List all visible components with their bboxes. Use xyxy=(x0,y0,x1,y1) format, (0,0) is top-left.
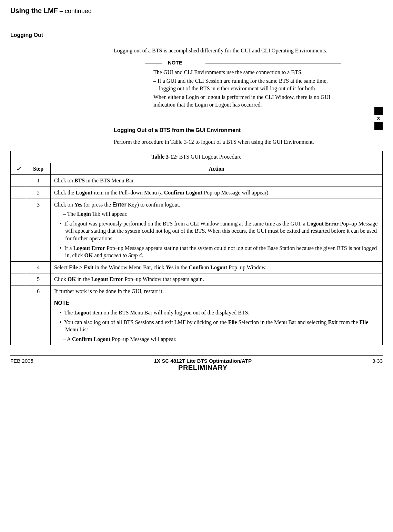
table-row: 5 Click OK in the Logout Error Pop–up Wi… xyxy=(11,273,383,285)
table-row: 2 Click the Logout item in the Pull–down… xyxy=(11,187,383,199)
table-row: 4 Select File > Exit in the Window Menu … xyxy=(11,261,383,273)
footer-preliminary: PRELIMINARY xyxy=(33,364,372,372)
logging-out-intro: Logging out of a BTS is accomplished dif… xyxy=(114,47,355,54)
note-bullet: – If a GUI and the CLI Session are runni… xyxy=(153,77,335,92)
section-tab-number: 3 xyxy=(374,115,383,122)
header-title: Using the LMF xyxy=(10,7,58,14)
note-label: NOTE xyxy=(166,60,184,66)
table-row: 3 Click on Yes (or press the Enter Key) … xyxy=(11,199,383,261)
subheading-gui-logout: Logging Out of a BTS from the GUI Enviro… xyxy=(114,127,355,133)
note-p2: When either a Login or logout is perform… xyxy=(153,93,335,108)
note-box: NOTE The GUI and CLI Environments use th… xyxy=(145,63,341,115)
header-continued: – continued xyxy=(58,8,92,14)
footer-page-number: 3-33 xyxy=(372,358,383,372)
table-hdr-step: Step xyxy=(26,163,51,175)
footer-date: FEB 2005 xyxy=(10,358,33,372)
table-row: 1 Click on BTS in the BTS Menu Bar. xyxy=(11,175,383,187)
table-row-note: NOTE • The Logout item on the BTS Menu B… xyxy=(11,297,383,345)
note-p1: The GUI and CLI Environments use the sam… xyxy=(153,69,335,76)
section-logging-out: Logging Out xyxy=(10,32,383,38)
page-footer: FEB 2005 1X SC 4812T Lite BTS Optimizati… xyxy=(10,355,383,372)
table-hdr-action: Action xyxy=(51,163,383,175)
gui-logout-intro: Perform the procedure in Table 3-12 to l… xyxy=(114,138,355,146)
table-title: Table 3-12: BTS GUI Logout Procedure xyxy=(11,151,383,163)
table-hdr-check: ✓ xyxy=(11,163,26,175)
section-tab: 3 xyxy=(374,107,383,130)
table-row: 6 If further work is to be done in the G… xyxy=(11,285,383,297)
page-header: Using the LMF – continued xyxy=(10,7,383,15)
footer-doc-title: 1X SC 4812T Lite BTS Optimization/ATP xyxy=(33,358,372,364)
table-3-12: Table 3-12: BTS GUI Logout Procedure ✓ S… xyxy=(10,151,383,345)
